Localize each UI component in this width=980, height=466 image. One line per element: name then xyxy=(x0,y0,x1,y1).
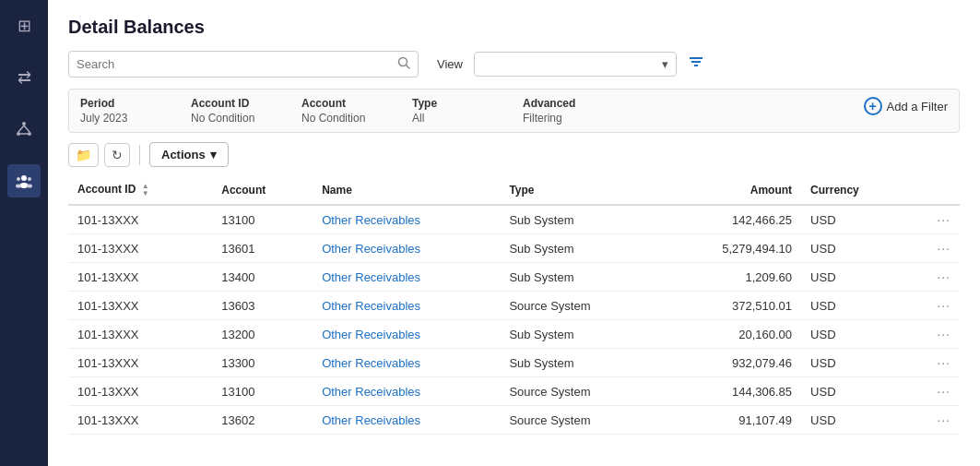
col-type: Type xyxy=(500,176,659,205)
search-input[interactable] xyxy=(77,57,397,71)
svg-line-3 xyxy=(18,125,24,132)
search-icon xyxy=(397,56,410,72)
col-account-id[interactable]: Account ID ▲▼ xyxy=(68,176,212,205)
row-more-button[interactable]: ··· xyxy=(908,263,960,292)
sidebar-icon-people[interactable] xyxy=(7,164,41,197)
table-header-row: Account ID ▲▼ Account Name Type Amount C… xyxy=(68,176,960,205)
cell-account: 13200 xyxy=(212,320,313,349)
col-account: Account xyxy=(212,176,313,205)
cell-name[interactable]: Other Receivables xyxy=(313,234,500,263)
view-select[interactable]: ▾ xyxy=(474,52,677,77)
cell-currency: USD xyxy=(801,377,908,406)
sidebar-icon-transfer[interactable]: ⇄ xyxy=(7,61,41,94)
row-more-button[interactable]: ··· xyxy=(908,292,960,320)
cell-amount: 1,209.60 xyxy=(660,263,802,292)
sidebar-icon-grid[interactable]: ⊞ xyxy=(7,9,41,42)
table-wrapper: Account ID ▲▼ Account Name Type Amount C… xyxy=(68,176,960,466)
actions-button[interactable]: Actions ▾ xyxy=(149,142,229,167)
add-filter-label: Add a Filter xyxy=(887,100,948,114)
folder-button[interactable]: 📁 xyxy=(68,143,99,167)
svg-point-0 xyxy=(22,122,26,125)
table-row: 101-13XXX 13602 Other Receivables Source… xyxy=(68,406,960,435)
cell-name[interactable]: Other Receivables xyxy=(313,292,500,320)
cell-account: 13100 xyxy=(212,377,313,406)
cell-type: Source System xyxy=(500,406,659,435)
sidebar-icon-network[interactable] xyxy=(7,113,41,146)
cell-currency: USD xyxy=(801,349,908,377)
cell-name[interactable]: Other Receivables xyxy=(313,320,500,349)
page-title: Detail Balances xyxy=(68,17,960,38)
sort-icons-account-id[interactable]: ▲▼ xyxy=(142,183,149,197)
cell-name[interactable]: Other Receivables xyxy=(313,377,500,406)
cell-currency: USD xyxy=(801,406,908,435)
table-row: 101-13XXX 13100 Other Receivables Sub Sy… xyxy=(68,205,960,234)
filter-advanced[interactable]: Advanced Filtering xyxy=(523,97,633,125)
cell-amount: 5,279,494.10 xyxy=(660,234,802,263)
actions-chevron-icon: ▾ xyxy=(210,148,217,161)
svg-line-4 xyxy=(24,125,30,132)
cell-type: Sub System xyxy=(500,234,659,263)
cell-name[interactable]: Other Receivables xyxy=(313,406,500,435)
cell-type: Source System xyxy=(500,292,659,320)
col-currency: Currency xyxy=(801,176,908,205)
cell-amount: 372,510.01 xyxy=(660,292,802,320)
filter-type[interactable]: Type All xyxy=(412,97,523,125)
row-more-button[interactable]: ··· xyxy=(908,406,960,435)
cell-amount: 144,306.85 xyxy=(660,377,802,406)
cell-account-id: 101-13XXX xyxy=(68,406,212,435)
cell-type: Sub System xyxy=(500,320,659,349)
search-box[interactable] xyxy=(68,51,419,78)
detail-balances-table: Account ID ▲▼ Account Name Type Amount C… xyxy=(68,176,960,435)
add-filter-button[interactable]: + Add a Filter xyxy=(864,97,948,115)
row-more-button[interactable]: ··· xyxy=(908,234,960,263)
table-row: 101-13XXX 13603 Other Receivables Source… xyxy=(68,292,960,320)
cell-name[interactable]: Other Receivables xyxy=(313,205,500,234)
cell-currency: USD xyxy=(801,292,908,320)
refresh-button[interactable]: ↻ xyxy=(104,143,130,167)
filter-advanced-value: Filtering xyxy=(523,112,611,125)
cell-account: 13400 xyxy=(212,263,313,292)
row-more-button[interactable]: ··· xyxy=(908,377,960,406)
filter-period-value: July 2023 xyxy=(80,112,169,125)
cell-currency: USD xyxy=(801,205,908,234)
filter-account-label: Account xyxy=(301,97,390,110)
cell-account: 13602 xyxy=(212,406,313,435)
toolbar-divider xyxy=(139,145,140,165)
filter-button[interactable] xyxy=(688,54,704,75)
cell-account-id: 101-13XXX xyxy=(68,349,212,377)
cell-type: Sub System xyxy=(500,205,659,234)
filter-account[interactable]: Account No Condition xyxy=(301,97,412,125)
svg-point-10 xyxy=(16,185,21,188)
filter-account-id-label: Account ID xyxy=(191,97,279,110)
svg-point-7 xyxy=(17,177,20,181)
cell-name[interactable]: Other Receivables xyxy=(313,263,500,292)
table-row: 101-13XXX 13400 Other Receivables Sub Sy… xyxy=(68,263,960,292)
cell-type: Sub System xyxy=(500,263,659,292)
actions-label: Actions xyxy=(161,148,206,161)
row-more-button[interactable]: ··· xyxy=(908,320,960,349)
filter-period[interactable]: Period July 2023 xyxy=(80,97,191,125)
filter-period-label: Period xyxy=(80,97,169,110)
chevron-down-icon: ▾ xyxy=(662,57,668,71)
cell-account-id: 101-13XXX xyxy=(68,234,212,263)
cell-account: 13603 xyxy=(212,292,313,320)
table-row: 101-13XXX 13300 Other Receivables Sub Sy… xyxy=(68,349,960,377)
cell-amount: 142,466.25 xyxy=(660,205,802,234)
filter-type-value: All xyxy=(412,112,501,125)
svg-point-11 xyxy=(27,185,32,188)
cell-account-id: 101-13XXX xyxy=(68,320,212,349)
filter-account-id-value: No Condition xyxy=(191,112,279,125)
cell-name[interactable]: Other Receivables xyxy=(313,349,500,377)
cell-currency: USD xyxy=(801,320,908,349)
filter-account-id[interactable]: Account ID No Condition xyxy=(191,97,301,125)
row-more-button[interactable]: ··· xyxy=(908,205,960,234)
cell-amount: 932,079.46 xyxy=(660,349,802,377)
cell-amount: 20,160.00 xyxy=(660,320,802,349)
table-row: 101-13XXX 13100 Other Receivables Source… xyxy=(68,377,960,406)
cell-account: 13601 xyxy=(212,234,313,263)
row-more-button[interactable]: ··· xyxy=(908,349,960,377)
col-actions xyxy=(908,176,960,205)
cell-account: 13300 xyxy=(212,349,313,377)
filter-advanced-label: Advanced xyxy=(523,97,611,110)
add-filter-icon: + xyxy=(864,97,882,115)
